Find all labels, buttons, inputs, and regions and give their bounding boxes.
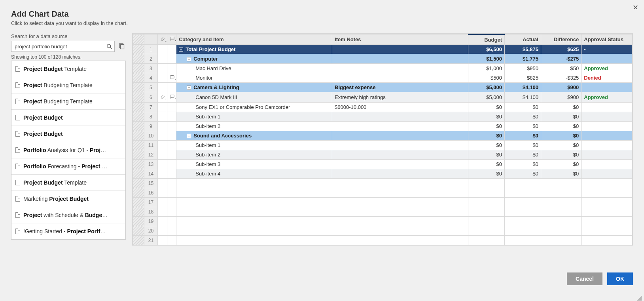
grid-corner[interactable] [133,34,144,45]
category-cell[interactable]: −Total Project Budget [176,45,332,54]
table-row[interactable]: 4Monitor$500$825-$325Denied [133,73,633,83]
table-row[interactable]: 17 [133,198,633,207]
search-input[interactable] [14,43,106,50]
budget-cell[interactable]: $0 [468,112,505,122]
comment-cell[interactable] [167,112,176,122]
actual-cell[interactable]: $1,775 [504,54,541,64]
notes-cell[interactable] [332,131,468,141]
col-comments[interactable] [167,34,176,45]
actual-cell[interactable]: $0 [504,112,541,122]
attach-cell[interactable] [158,160,167,169]
approval-cell[interactable]: Denied [581,73,633,83]
difference-cell[interactable]: $900 [541,83,581,92]
table-row[interactable]: 5−Camera & LightingBiggest expense$5,000… [133,83,633,92]
budget-cell[interactable]: $0 [468,122,505,131]
actual-cell[interactable]: $0 [504,103,541,112]
comment-cell[interactable] [167,73,176,83]
attach-cell[interactable] [158,141,167,150]
difference-cell[interactable]: $0 [541,112,581,122]
comment-cell[interactable] [167,92,176,103]
approval-cell[interactable]: - [581,45,633,54]
ok-button[interactable]: OK [607,272,633,285]
table-row[interactable]: 1−Total Project Budget$6,500$5,875$625- [133,45,633,54]
comment-cell[interactable] [167,122,176,131]
result-item[interactable]: !Getting Started - Project Portf… [11,223,125,239]
difference-cell[interactable]: $0 [541,122,581,131]
budget-cell[interactable]: $0 [468,131,505,141]
notes-cell[interactable] [332,169,468,179]
budget-cell[interactable]: $5,000 [468,92,505,103]
category-cell[interactable]: −Camera & Lighting [176,83,332,92]
attach-cell[interactable] [158,83,167,92]
comment-cell[interactable] [167,64,176,73]
difference-cell[interactable]: $0 [541,131,581,141]
budget-cell[interactable]: $0 [468,141,505,150]
col-budget[interactable]: Budget [468,34,505,45]
category-cell[interactable]: Monitor [176,73,332,83]
cancel-button[interactable]: Cancel [567,272,602,285]
notes-cell[interactable]: Extremely high ratings [332,92,468,103]
approval-cell[interactable] [581,112,633,122]
col-notes[interactable]: Item Notes [332,34,468,45]
table-row[interactable]: 8Sub-item 1$0$0$0 [133,112,633,122]
result-item[interactable]: Project Budgeting Template [11,77,125,93]
attach-cell[interactable] [158,73,167,83]
difference-cell[interactable]: $625 [541,45,581,54]
approval-cell[interactable] [581,150,633,160]
result-item[interactable]: Project Budget [11,126,125,142]
category-cell[interactable]: Mac Hard Drive [176,64,332,73]
category-cell[interactable]: Sub-item 2 [176,122,332,131]
category-cell[interactable]: Canon 5D Mark III [176,92,332,103]
col-category[interactable]: Category and Item [176,34,332,45]
notes-cell[interactable] [332,45,468,54]
difference-cell[interactable]: -$325 [541,73,581,83]
actual-cell[interactable]: $825 [504,73,541,83]
notes-cell[interactable] [332,54,468,64]
category-cell[interactable]: Sony EX1 or Comparable Pro Camcorder [176,103,332,112]
approval-cell[interactable] [581,122,633,131]
actual-cell[interactable]: $4,100 [504,92,541,103]
budget-cell[interactable]: $0 [468,150,505,160]
col-actual[interactable]: Actual [504,34,541,45]
category-cell[interactable]: Sub-item 1 [176,112,332,122]
actual-cell[interactable]: $950 [504,64,541,73]
difference-cell[interactable]: $0 [541,160,581,169]
actual-cell[interactable]: $4,100 [504,83,541,92]
result-item[interactable]: Project Budget [11,110,125,126]
attach-cell[interactable] [158,45,167,54]
difference-cell[interactable]: $0 [541,141,581,150]
attach-cell[interactable] [158,92,167,103]
copy-icon[interactable] [117,42,126,51]
comment-cell[interactable] [167,83,176,92]
table-row[interactable]: 16 [133,188,633,198]
notes-cell[interactable] [332,122,468,131]
actual-cell[interactable]: $0 [504,160,541,169]
table-row[interactable]: 12Sub-item 2$0$0$0 [133,150,633,160]
result-item[interactable]: Project with Schedule & Budge… [11,207,125,223]
difference-cell[interactable]: $50 [541,64,581,73]
comment-cell[interactable] [167,103,176,112]
notes-cell[interactable]: $6000-10,000 [332,103,468,112]
actual-cell[interactable]: $0 [504,122,541,131]
category-cell[interactable]: Sub-item 1 [176,141,332,150]
attach-cell[interactable] [158,54,167,64]
comment-cell[interactable] [167,45,176,54]
comment-cell[interactable] [167,150,176,160]
table-row[interactable]: 9Sub-item 2$0$0$0 [133,122,633,131]
category-cell[interactable]: −Sound and Accessories [176,131,332,141]
result-item[interactable]: Project Budget Template [11,175,125,191]
budget-cell[interactable]: $0 [468,160,505,169]
budget-cell[interactable]: $0 [468,169,505,179]
col-attachments[interactable] [158,34,167,45]
notes-cell[interactable] [332,150,468,160]
attach-cell[interactable] [158,131,167,141]
category-cell[interactable]: −Computer [176,54,332,64]
actual-cell[interactable]: $0 [504,150,541,160]
table-row[interactable]: 6Canon 5D Mark IIIExtremely high ratings… [133,92,633,103]
difference-cell[interactable]: $0 [541,169,581,179]
approval-cell[interactable]: Approved [581,92,633,103]
comment-cell[interactable] [167,169,176,179]
budget-cell[interactable]: $1,500 [468,54,505,64]
result-item[interactable]: Project Budgeting Template [11,93,125,110]
difference-cell[interactable]: $0 [541,103,581,112]
